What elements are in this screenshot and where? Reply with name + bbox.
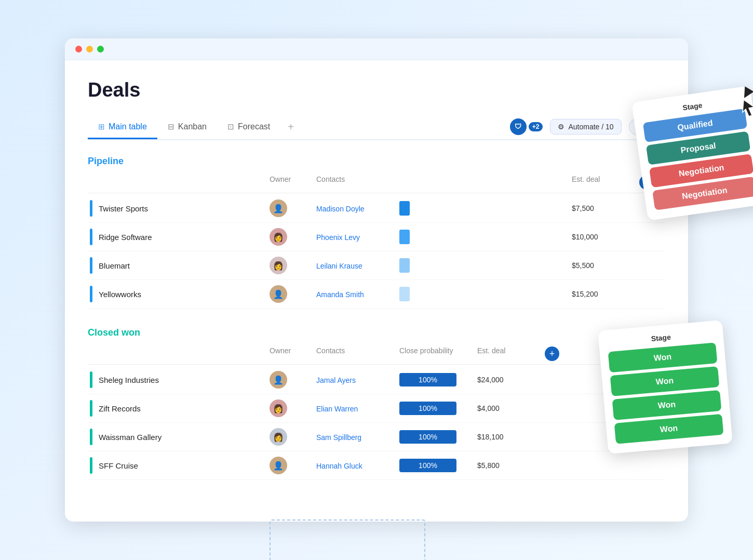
probability-bar: 100% [399,373,456,386]
table-row: SFF Cruise 👤 Hannah Gluck 100% $5,800 [88,451,665,480]
table-row: Zift Records 👩 Elian Warren 100% $4,000 [88,394,665,423]
stage-bar [399,287,410,301]
deal-bar [90,371,92,388]
owner-waissman: 👩 [270,428,316,446]
table-row: Ridge Software 👩 Phoenix Levy $10,000 [88,223,665,251]
col-add-won: + [545,346,571,361]
kanban-icon: ⊟ [168,122,174,131]
avatar: 👩 [270,428,287,446]
avatar-badge: 🛡 [510,118,527,135]
prob-waissman: 100% [399,430,477,444]
owner-bluemart: 👩 [270,257,316,274]
avatar: 👤 [270,457,287,474]
probability-bar: 100% [399,459,456,472]
deal-name-twister: Twister Sports [88,200,270,217]
contact-ridge[interactable]: Phoenix Levy [316,233,399,242]
contact-sheleg[interactable]: Jamal Ayers [316,376,399,384]
page-title: Deals [88,79,665,101]
stage-dropdown-bottom: Stage Won Won Won Won [598,320,733,454]
probability-bar: 100% [399,430,456,444]
add-column-won-button[interactable]: + [545,346,559,361]
avatar: 👩 [270,257,287,274]
deal-bar [90,257,92,274]
tab-kanban[interactable]: ⊟ Kanban [157,117,217,139]
stage-ridge [399,230,572,244]
est-deal-ridge: $10,000 [572,233,639,241]
prob-zift: 100% [399,402,477,415]
deal-bar [90,200,92,217]
avatar: 👤 [270,371,287,389]
table-row: Waissman Gallery 👩 Sam Spillberg 100% $1… [88,423,665,451]
tab-forecast[interactable]: ⊡ Forecast [217,117,280,139]
col-est-deal-won: Est. deal [477,346,545,361]
table-row: Sheleg Industries 👤 Jamal Ayers 100% $24… [88,366,665,394]
plus-badge: +2 [529,122,543,131]
col-owner-pipeline: Owner [270,175,316,190]
pipeline-table: Pipeline Owner Contacts Est. deal + Twis… [88,156,665,309]
automate-icon: ⚙ [558,123,564,131]
browser-window: Deals ⊞ Main table ⊟ Kanban ⊡ Forecast +… [65,38,688,522]
stage-yellowworks [399,287,572,301]
avatar-group: 🛡 +2 [510,118,543,135]
forecast-icon: ⊡ [227,122,234,131]
table-row: Twister Sports 👤 Madison Doyle $7,500 [88,194,665,223]
deal-bar [90,286,92,302]
stage-bar [399,201,410,216]
deal-name-waissman: Waissman Gallery [88,429,270,445]
deal-name-zift: Zift Records [88,400,270,417]
tab-main-table[interactable]: ⊞ Main table [88,117,157,139]
avatar: 👤 [270,285,287,303]
col-name-won [88,346,270,361]
browser-bar [65,38,688,60]
automate-button[interactable]: ⚙ Automate / 10 [550,119,621,135]
col-stage-pipeline [399,175,572,190]
stage-dropdown-top: Stage Qualified Proposal Negotiation Neg… [631,86,753,221]
col-owner-won: Owner [270,346,316,361]
col-prob-won: Close probability [399,346,477,361]
cursor [742,88,753,121]
col-est-deal-pipeline: Est. deal [572,175,639,190]
owner-yellowworks: 👤 [270,285,316,303]
stage-twister [399,201,572,216]
contact-twister[interactable]: Madison Doyle [316,204,399,213]
owner-sheleg: 👤 [270,371,316,389]
prob-sff: 100% [399,459,477,472]
probability-bar: 100% [399,402,456,415]
prob-sheleg: 100% [399,373,477,386]
deal-name-ridge: Ridge Software [88,229,270,245]
main-content: Deals ⊞ Main table ⊟ Kanban ⊡ Forecast +… [65,60,688,522]
tab-add-button[interactable]: + [280,116,301,139]
est-deal-yellowworks: $15,200 [572,290,639,298]
deal-name-sff: SFF Cruise [88,457,270,474]
contact-yellowworks[interactable]: Amanda Smith [316,290,399,299]
avatar: 👤 [270,199,287,217]
est-deal-bluemart: $5,500 [572,261,639,270]
deal-bar [90,229,92,245]
stage-bar [399,230,410,244]
col-contacts-won: Contacts [316,346,399,361]
selection-overlay [270,519,425,560]
avatar: 👩 [270,228,287,246]
browser-dot-yellow [86,46,93,52]
deal-name-yellowworks: Yellowworks [88,286,270,302]
est-deal-twister: $7,500 [572,204,639,212]
contact-sff[interactable]: Hannah Gluck [316,461,399,470]
stage-bar [399,258,410,273]
table-row: Yellowworks 👤 Amanda Smith $15,200 [88,280,665,309]
owner-twister: 👤 [270,199,316,217]
deal-name-sheleg: Sheleg Industries [88,371,270,388]
closed-won-table: Closed won Owner Contacts Close probabil… [88,327,665,480]
est-deal-sheleg: $24,000 [477,376,545,384]
col-contacts-pipeline: Contacts [316,175,399,190]
est-deal-zift: $4,000 [477,404,545,412]
contact-bluemart[interactable]: Leilani Krause [316,261,399,270]
est-deal-waissman: $18,100 [477,433,545,441]
deal-name-bluemart: Bluemart [88,257,270,274]
owner-ridge: 👩 [270,228,316,246]
contact-waissman[interactable]: Sam Spillberg [316,433,399,442]
avatar: 👩 [270,399,287,417]
contact-zift[interactable]: Elian Warren [316,404,399,413]
est-deal-sff: $5,800 [477,461,545,470]
table-row: Bluemart 👩 Leilani Krause $5,500 [88,251,665,280]
browser-dot-green [97,46,104,52]
